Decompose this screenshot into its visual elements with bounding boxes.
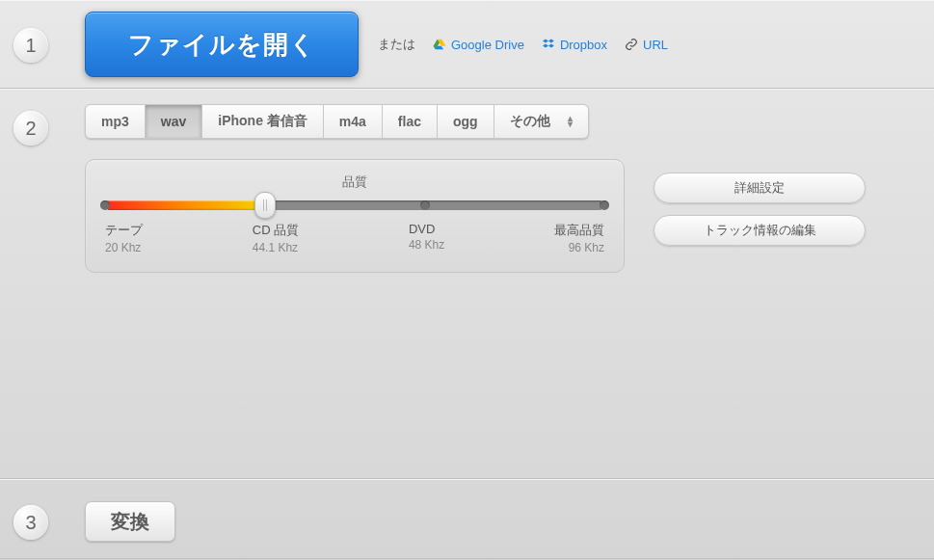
q-label: CD 品質 bbox=[253, 222, 299, 239]
quality-label-cd: CD 品質 44.1 Khz bbox=[253, 222, 299, 254]
tab-other[interactable]: その他 ▴▾ bbox=[494, 104, 589, 139]
step-badge-3: 3 bbox=[13, 505, 48, 540]
tab-other-label: その他 bbox=[510, 113, 550, 130]
dropbox-link[interactable]: Dropbox bbox=[542, 38, 607, 52]
quality-panel: 品質 テープ 20 Khz CD 品質 44.1 Khz DVD 48 Khz … bbox=[85, 159, 625, 273]
q-sub: 96 Khz bbox=[569, 241, 604, 254]
quality-slider[interactable] bbox=[105, 200, 604, 210]
side-buttons: 詳細設定 トラック情報の編集 bbox=[654, 173, 866, 246]
q-sub: 20 Khz bbox=[105, 241, 143, 254]
open-file-button[interactable]: ファイルを開く bbox=[85, 12, 359, 77]
quality-label-tape: テープ 20 Khz bbox=[105, 222, 143, 254]
google-drive-label: Google Drive bbox=[451, 38, 524, 52]
google-drive-link[interactable]: Google Drive bbox=[433, 38, 524, 52]
step-2-section: 2 mp3 wav iPhone 着信音 m4a flac ogg その他 ▴▾… bbox=[0, 89, 934, 479]
tab-mp3[interactable]: mp3 bbox=[85, 104, 146, 139]
step-badge-2: 2 bbox=[13, 111, 48, 146]
q-label: テープ bbox=[105, 222, 143, 239]
q-sub: 48 Khz bbox=[409, 238, 444, 252]
quality-label-best: 最高品質 96 Khz bbox=[554, 222, 604, 254]
url-link[interactable]: URL bbox=[625, 38, 668, 52]
alt-sources-row: または Google Drive Dropbox URL bbox=[378, 36, 668, 53]
tab-wav[interactable]: wav bbox=[146, 104, 202, 139]
tab-ogg[interactable]: ogg bbox=[438, 104, 494, 139]
dropbox-label: Dropbox bbox=[560, 38, 607, 52]
quality-labels: テープ 20 Khz CD 品質 44.1 Khz DVD 48 Khz 最高品… bbox=[105, 222, 604, 254]
q-label: 最高品質 bbox=[554, 222, 604, 239]
updown-icon: ▴▾ bbox=[568, 116, 573, 127]
dropbox-icon bbox=[542, 38, 555, 51]
url-label: URL bbox=[643, 38, 668, 52]
link-icon bbox=[625, 38, 638, 51]
tab-iphone-ringtone[interactable]: iPhone 着信音 bbox=[202, 104, 324, 139]
tab-m4a[interactable]: m4a bbox=[324, 104, 383, 139]
quality-title: 品質 bbox=[105, 173, 604, 191]
slider-stop-tape[interactable] bbox=[100, 200, 110, 210]
advanced-settings-button[interactable]: 詳細設定 bbox=[654, 173, 866, 203]
q-label: DVD bbox=[409, 222, 435, 236]
step-badge-1: 1 bbox=[13, 28, 48, 63]
google-drive-icon bbox=[433, 38, 446, 51]
slider-fill bbox=[105, 200, 265, 210]
tab-flac[interactable]: flac bbox=[383, 104, 438, 139]
edit-track-info-button[interactable]: トラック情報の編集 bbox=[654, 215, 866, 246]
format-tabs: mp3 wav iPhone 着信音 m4a flac ogg その他 ▴▾ bbox=[85, 104, 589, 139]
slider-thumb[interactable] bbox=[254, 192, 276, 219]
slider-stop-best[interactable] bbox=[600, 200, 609, 210]
step-3-section: 3 変換 bbox=[0, 479, 934, 559]
convert-button[interactable]: 変換 bbox=[85, 501, 175, 542]
q-sub: 44.1 Khz bbox=[253, 241, 298, 254]
step-1-section: 1 ファイルを開く または Google Drive Dropbox URL bbox=[0, 0, 934, 89]
or-label: または bbox=[378, 36, 415, 53]
slider-stop-dvd[interactable] bbox=[420, 200, 430, 210]
quality-label-dvd: DVD 48 Khz bbox=[409, 222, 444, 254]
